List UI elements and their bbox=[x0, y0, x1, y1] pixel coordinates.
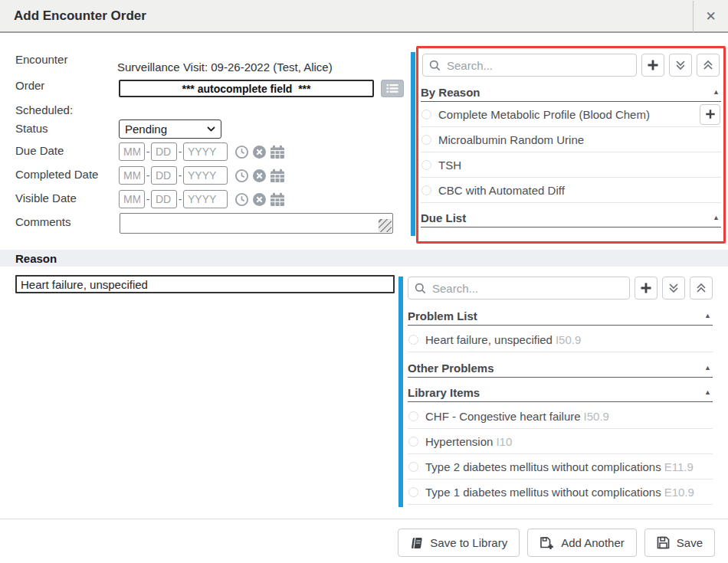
radio-icon[interactable] bbox=[421, 185, 431, 195]
diagnosis-code: E11.9 bbox=[664, 460, 694, 473]
calendar-icon[interactable] bbox=[270, 192, 285, 207]
due-date-month-input[interactable] bbox=[119, 142, 145, 161]
calendar-icon[interactable] bbox=[270, 169, 285, 183]
library-item[interactable]: CHF - Congestive heart failureI50.9 bbox=[408, 404, 713, 429]
by-reason-section-header: By Reason ▲ bbox=[421, 83, 721, 102]
due-date-day-input[interactable] bbox=[151, 142, 177, 161]
plus-icon bbox=[640, 282, 652, 294]
reason-header-label: Reason bbox=[15, 252, 57, 265]
visible-date-day-input[interactable] bbox=[151, 190, 177, 208]
diagnosis-code: I50.9 bbox=[584, 410, 609, 423]
order-item-label: Microalbumin Random Urine bbox=[438, 133, 584, 146]
clock-icon[interactable] bbox=[234, 169, 249, 183]
collapse-all-button[interactable] bbox=[697, 54, 720, 77]
visible-date-year-input[interactable] bbox=[183, 190, 228, 208]
status-select[interactable]: Pending bbox=[119, 119, 221, 139]
resize-handle[interactable] bbox=[379, 219, 392, 232]
order-search-input[interactable] bbox=[445, 58, 630, 73]
status-value: Pending bbox=[125, 123, 167, 136]
order-item[interactable]: TSH bbox=[421, 152, 721, 178]
library-item[interactable]: Type 1 diabetes mellitus without complic… bbox=[408, 480, 713, 505]
double-chevron-down-icon bbox=[667, 282, 680, 294]
add-another-button[interactable]: Add Another bbox=[527, 529, 637, 557]
add-order-button[interactable] bbox=[641, 54, 664, 77]
book-icon bbox=[410, 537, 423, 549]
radio-icon[interactable] bbox=[421, 110, 431, 119]
clear-date-icon[interactable] bbox=[252, 169, 267, 183]
expand-all-button[interactable] bbox=[669, 54, 692, 77]
close-button[interactable]: ✕ bbox=[693, 1, 728, 32]
comments-input[interactable] bbox=[120, 213, 393, 234]
reason-search-input[interactable] bbox=[431, 281, 623, 296]
reason-search-row bbox=[408, 277, 713, 300]
order-item[interactable]: Microalbumin Random Urine bbox=[421, 127, 721, 152]
radio-icon[interactable] bbox=[408, 411, 418, 421]
search-icon bbox=[415, 283, 426, 294]
library-item[interactable]: HypertensionI10 bbox=[408, 429, 713, 454]
library-item-label: HypertensionI10 bbox=[425, 435, 512, 448]
save-to-library-label: Save to Library bbox=[430, 536, 507, 549]
completed-date-month-input[interactable] bbox=[119, 166, 145, 185]
diagnosis-code: I10 bbox=[496, 435, 512, 448]
save-button[interactable]: Save bbox=[644, 529, 715, 557]
due-date-row: - - bbox=[119, 142, 285, 161]
problem-list-label: Problem List bbox=[408, 309, 477, 322]
save-label: Save bbox=[677, 536, 703, 549]
date-separator: - bbox=[177, 169, 183, 182]
order-search-field[interactable] bbox=[422, 54, 637, 77]
library-item-label: Type 2 diabetes mellitus without complic… bbox=[425, 460, 694, 473]
due-list-label: Due List bbox=[421, 211, 466, 224]
order-item-label: Complete Metabolic Profile (Blood Chem) bbox=[438, 108, 650, 121]
double-chevron-up-icon bbox=[695, 282, 707, 294]
order-search-row bbox=[422, 54, 720, 77]
collapse-all-button[interactable] bbox=[690, 277, 713, 300]
radio-icon[interactable] bbox=[421, 135, 431, 145]
reason-search-field[interactable] bbox=[408, 277, 630, 300]
order-autocomplete-input[interactable] bbox=[119, 80, 374, 97]
collapse-section-icon[interactable]: ▲ bbox=[713, 88, 721, 96]
radio-icon[interactable] bbox=[421, 160, 431, 170]
add-item-button[interactable] bbox=[700, 104, 720, 125]
order-panel-accent-bar bbox=[411, 52, 415, 236]
plus-icon bbox=[705, 109, 716, 119]
clear-date-icon[interactable] bbox=[252, 192, 267, 207]
library-item[interactable]: Type 2 diabetes mellitus without complic… bbox=[408, 454, 713, 480]
radio-icon[interactable] bbox=[408, 335, 418, 345]
collapse-section-icon[interactable]: ▲ bbox=[713, 214, 721, 221]
date-separator: - bbox=[177, 193, 183, 205]
add-reason-button[interactable] bbox=[635, 277, 657, 300]
date-separator: - bbox=[145, 169, 151, 182]
status-label: Status bbox=[15, 122, 48, 135]
order-item[interactable]: CBC with Automated Diff bbox=[421, 178, 721, 203]
problem-item[interactable]: Heart failure, unspecifiedI50.9 bbox=[408, 327, 713, 352]
expand-all-button[interactable] bbox=[662, 277, 685, 300]
order-lookup-button[interactable] bbox=[381, 80, 404, 97]
order-item[interactable]: Complete Metabolic Profile (Blood Chem) bbox=[421, 102, 721, 127]
radio-icon[interactable] bbox=[408, 462, 418, 472]
date-separator: - bbox=[145, 146, 151, 158]
completed-date-year-input[interactable] bbox=[183, 166, 228, 185]
collapse-section-icon[interactable]: ▲ bbox=[704, 312, 713, 319]
library-item-label: CHF - Congestive heart failureI50.9 bbox=[425, 410, 609, 423]
clear-date-icon[interactable] bbox=[252, 145, 267, 159]
radio-icon[interactable] bbox=[408, 487, 418, 497]
completed-date-day-input[interactable] bbox=[151, 166, 177, 185]
reason-section-header: Reason bbox=[0, 250, 728, 267]
visible-date-row: - - bbox=[119, 190, 285, 208]
visible-date-month-input[interactable] bbox=[119, 190, 145, 208]
radio-icon[interactable] bbox=[408, 437, 418, 447]
problem-item-label: Heart failure, unspecifiedI50.9 bbox=[425, 333, 581, 346]
clock-icon[interactable] bbox=[234, 192, 249, 207]
other-problems-label: Other Problems bbox=[408, 362, 494, 375]
clock-icon[interactable] bbox=[234, 145, 249, 159]
collapse-section-icon[interactable]: ▲ bbox=[704, 388, 713, 396]
due-date-year-input[interactable] bbox=[183, 142, 228, 161]
save-to-library-button[interactable]: Save to Library bbox=[398, 529, 520, 557]
reason-input[interactable] bbox=[15, 275, 395, 293]
double-chevron-up-icon bbox=[702, 59, 714, 71]
collapse-section-icon[interactable]: ▲ bbox=[704, 364, 713, 372]
double-chevron-down-icon bbox=[674, 59, 687, 71]
save-plus-icon bbox=[539, 536, 554, 550]
calendar-icon[interactable] bbox=[270, 145, 285, 159]
list-icon bbox=[385, 83, 399, 93]
